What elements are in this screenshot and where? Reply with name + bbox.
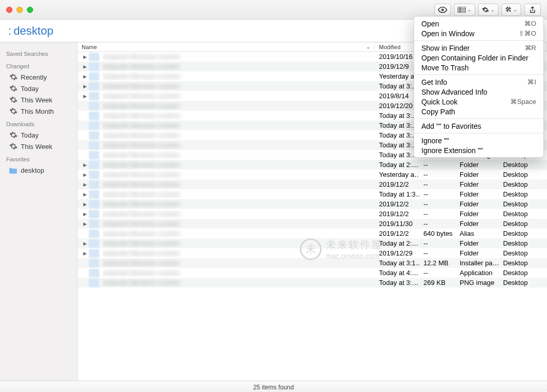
menu-item[interactable]: Move To Trash bbox=[414, 63, 543, 72]
menu-item[interactable]: Show in Finder⌘R bbox=[414, 43, 543, 53]
modified-cell: Today at 3:… bbox=[375, 82, 419, 90]
file-icon bbox=[89, 180, 99, 189]
toolbar: ⌄ ⌄ 🛠 ⌄ bbox=[434, 4, 541, 16]
sidebar: Saved SearchesChangedRecentlyTodayThis W… bbox=[0, 42, 78, 381]
zoom-window-button[interactable] bbox=[27, 7, 33, 13]
sidebar-item[interactable]: This Month bbox=[0, 105, 77, 117]
disclosure-triangle-icon[interactable]: ▶ bbox=[78, 172, 89, 177]
menu-item-label: Ignore Extension "" bbox=[421, 146, 483, 155]
table-row[interactable]: ▶redacted filename content2019/11/30--Fo… bbox=[78, 219, 547, 229]
column-header-name[interactable]: Name⌄ bbox=[78, 42, 375, 51]
disclosure-triangle-icon[interactable]: ▶ bbox=[78, 202, 89, 207]
kind-cell: Folder bbox=[455, 220, 499, 228]
sidebar-item[interactable]: This Week bbox=[0, 94, 77, 105]
sidebar-item[interactable]: Recently bbox=[0, 71, 77, 83]
table-row[interactable]: redacted filename contentToday at 3:…269… bbox=[78, 278, 547, 288]
modified-cell: 2019/12/2 bbox=[375, 200, 419, 208]
modified-cell: Today at 3:… bbox=[375, 122, 419, 129]
where-cell: Desktop bbox=[499, 279, 547, 287]
table-row[interactable]: ▶redacted filename contentToday at 2:…--… bbox=[78, 238, 547, 248]
kind-cell: Folder bbox=[455, 161, 499, 169]
tools-menu-button[interactable]: 🛠 ⌄ bbox=[502, 4, 521, 16]
disclosure-triangle-icon[interactable]: ▶ bbox=[78, 74, 89, 79]
file-icon bbox=[89, 92, 99, 100]
disclosure-triangle-icon[interactable]: ▶ bbox=[78, 94, 89, 99]
file-name-cell: redacted filename content bbox=[102, 200, 375, 208]
menu-item[interactable]: Ignore "" bbox=[414, 135, 543, 145]
disclosure-triangle-icon[interactable]: ▶ bbox=[78, 192, 89, 197]
disclosure-triangle-icon[interactable]: ▶ bbox=[78, 212, 89, 217]
menu-item-label: Add "" to Favorites bbox=[421, 122, 481, 130]
file-icon bbox=[89, 112, 99, 120]
file-name-cell: redacted filename content bbox=[102, 141, 375, 149]
table-row[interactable]: ▶redacted filename content2019/12/2--Fol… bbox=[78, 209, 547, 219]
gear-icon bbox=[9, 96, 18, 104]
action-menu-button[interactable]: ⌄ bbox=[478, 4, 498, 16]
table-row[interactable]: ▶redacted filename content2019/12/29--Fo… bbox=[78, 248, 547, 258]
table-row[interactable]: ▶redacted filename contentToday at 2:…--… bbox=[78, 160, 547, 170]
where-cell: Desktop bbox=[499, 220, 547, 228]
table-row[interactable]: ▶redacted filename contentToday at 1:3…-… bbox=[78, 189, 547, 199]
disclosure-triangle-icon[interactable]: ▶ bbox=[78, 182, 89, 187]
folder-icon bbox=[9, 166, 18, 174]
menu-item-label: Open Containing Folder in Finder bbox=[421, 54, 528, 62]
table-row[interactable]: ▶redacted filename contentYesterday a…--… bbox=[78, 170, 547, 179]
file-icon bbox=[89, 53, 99, 61]
disclosure-triangle-icon[interactable]: ▶ bbox=[78, 251, 89, 256]
kind-cell: Alias bbox=[455, 230, 499, 237]
sidebar-item[interactable]: Today bbox=[0, 83, 77, 94]
sort-indicator-icon: ⌄ bbox=[366, 44, 370, 50]
sidebar-item-label: This Month bbox=[21, 108, 54, 115]
modified-cell: 2019/12/20 bbox=[375, 102, 419, 110]
menu-item[interactable]: Ignore Extension "" bbox=[414, 145, 543, 155]
menu-item[interactable]: Get Info⌘I bbox=[414, 77, 543, 87]
menu-item[interactable]: Add "" to Favorites bbox=[414, 121, 543, 131]
file-icon bbox=[89, 220, 99, 228]
file-icon bbox=[89, 102, 99, 110]
disclosure-triangle-icon[interactable]: ▶ bbox=[78, 54, 89, 59]
file-name-cell: redacted filename content bbox=[102, 161, 375, 169]
file-name-cell: redacted filename content bbox=[102, 259, 375, 267]
gear-icon bbox=[9, 107, 18, 115]
file-name-cell: redacted filename content bbox=[102, 239, 375, 247]
size-cell: -- bbox=[419, 190, 455, 198]
close-window-button[interactable] bbox=[6, 7, 12, 13]
minimize-window-button[interactable] bbox=[17, 7, 23, 13]
table-row[interactable]: redacted filename contentToday at 3:1…12… bbox=[78, 258, 547, 268]
disclosure-triangle-icon[interactable]: ▶ bbox=[78, 64, 89, 69]
table-row[interactable]: ▶redacted filename content2019/12/2--Fol… bbox=[78, 179, 547, 189]
sidebar-item[interactable]: Today bbox=[0, 129, 77, 141]
menu-item[interactable]: Open Containing Folder in Finder bbox=[414, 53, 543, 63]
where-cell: Desktop bbox=[499, 210, 547, 218]
file-icon bbox=[89, 210, 99, 218]
view-mode-button[interactable]: ⌄ bbox=[454, 4, 475, 16]
menu-item[interactable]: Open⌘O bbox=[414, 19, 543, 28]
columns-icon bbox=[458, 7, 466, 13]
disclosure-triangle-icon[interactable]: ▶ bbox=[78, 241, 89, 246]
preview-toggle-button[interactable] bbox=[434, 4, 451, 16]
sidebar-item[interactable]: This Week bbox=[0, 141, 77, 152]
modified-cell: 2019/12/29 bbox=[375, 249, 419, 257]
disclosure-triangle-icon[interactable]: ▶ bbox=[78, 221, 89, 227]
menu-item[interactable]: Show Advanced Info bbox=[414, 87, 543, 97]
gear-icon bbox=[9, 131, 18, 139]
sidebar-item[interactable]: desktop bbox=[0, 164, 77, 176]
file-name-cell: redacted filename content bbox=[102, 63, 375, 70]
menu-item[interactable]: Quick Look⌘Space bbox=[414, 97, 543, 107]
column-header-modified[interactable]: Modified bbox=[375, 42, 419, 51]
path-crumb[interactable]: desktop bbox=[13, 24, 53, 38]
file-name-cell: redacted filename content bbox=[102, 151, 375, 159]
where-cell: Desktop bbox=[499, 239, 547, 247]
menu-item[interactable]: Open in Window⇧⌘O bbox=[414, 28, 543, 38]
file-name-cell: redacted filename content bbox=[102, 122, 375, 129]
menu-item[interactable]: Copy Path bbox=[414, 107, 543, 116]
disclosure-triangle-icon[interactable]: ▶ bbox=[78, 162, 89, 168]
table-row[interactable]: redacted filename contentToday at 4:…--A… bbox=[78, 268, 547, 278]
modified-cell: 2019/12/2 bbox=[375, 230, 419, 237]
menu-item-shortcut: ⌘Space bbox=[510, 98, 536, 105]
table-row[interactable]: ▶redacted filename content2019/12/2--Fol… bbox=[78, 199, 547, 209]
modified-cell: Today at 4:… bbox=[375, 269, 419, 277]
share-button[interactable] bbox=[524, 4, 541, 16]
table-row[interactable]: redacted filename content2019/12/2640 by… bbox=[78, 229, 547, 238]
disclosure-triangle-icon[interactable]: ▶ bbox=[78, 84, 89, 89]
